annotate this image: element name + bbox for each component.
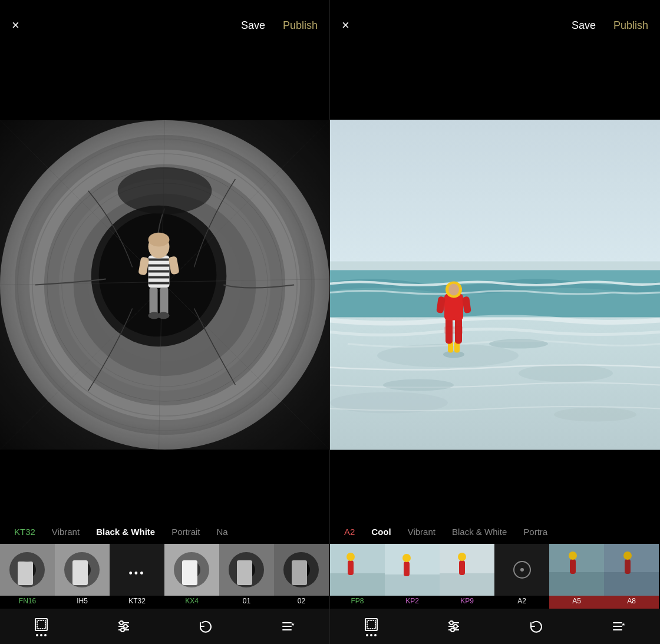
- svg-rect-107: [604, 572, 659, 596]
- right-thumb-kp9[interactable]: KP9: [440, 544, 494, 609]
- right-bottom-toolbar: [330, 609, 660, 644]
- right-thumb-a5[interactable]: A5: [549, 544, 604, 609]
- right-thumb-a2-label: A2: [517, 597, 526, 605]
- right-thumb-a2-dot: [520, 568, 524, 572]
- right-thumb-fp8[interactable]: FP8: [330, 544, 385, 609]
- left-filter-bw[interactable]: Black & White: [88, 527, 163, 537]
- left-frame-dots: [36, 634, 47, 636]
- right-thumb-a2-circle: [513, 561, 531, 579]
- left-frame-icon[interactable]: [34, 617, 49, 636]
- svg-rect-41: [72, 560, 88, 585]
- left-close-button[interactable]: ×: [12, 19, 19, 32]
- right-sliders-icon[interactable]: [446, 619, 461, 634]
- svg-point-72: [519, 365, 613, 382]
- left-header: × Save Publish: [0, 0, 329, 51]
- right-thumb-a2-icon: [494, 544, 549, 596]
- svg-point-60: [120, 621, 123, 625]
- left-thumb-fn16-label: FN16: [19, 597, 36, 605]
- right-save-button[interactable]: Save: [572, 19, 596, 32]
- right-header-actions: Save Publish: [572, 19, 648, 32]
- left-panel: × Save Publish: [0, 0, 330, 644]
- left-thumb-01[interactable]: 01: [219, 544, 274, 609]
- svg-point-86: [448, 284, 459, 296]
- right-panel: × Save Publish: [330, 0, 660, 644]
- svg-point-109: [623, 551, 632, 560]
- svg-rect-54: [292, 560, 307, 585]
- right-publish-button[interactable]: Publish: [613, 19, 648, 32]
- left-filter-kt32[interactable]: KT32: [6, 527, 44, 537]
- svg-point-62: [121, 628, 124, 632]
- svg-rect-94: [404, 562, 410, 576]
- svg-rect-25: [150, 288, 158, 314]
- right-filter-bar: A2 Cool Vibrant Black & White Portra: [330, 519, 660, 544]
- svg-marker-121: [622, 623, 625, 626]
- right-thumb-a5-label: A5: [572, 597, 581, 605]
- svg-rect-37: [18, 562, 33, 585]
- left-save-button[interactable]: Save: [241, 19, 265, 32]
- left-thumb-kx4-label: KX4: [185, 597, 199, 605]
- left-thumb-02-label: 02: [298, 597, 305, 605]
- left-thumb-kx4[interactable]: KX4: [164, 544, 219, 609]
- svg-rect-67: [330, 120, 660, 273]
- svg-point-61: [124, 625, 127, 628]
- left-thumb-kt32[interactable]: ••• KT32: [110, 544, 164, 609]
- right-list-icon[interactable]: [611, 619, 626, 634]
- left-thumb-kt32-dots: •••: [129, 567, 146, 580]
- svg-point-32: [158, 312, 170, 319]
- svg-point-74: [554, 408, 636, 422]
- left-thumb-ih5-label: IH5: [77, 597, 88, 605]
- svg-point-99: [458, 553, 466, 561]
- left-filter-bar: KT32 Vibrant Black & White Portrait Na: [0, 519, 329, 544]
- svg-point-91: [346, 553, 355, 561]
- right-history-icon[interactable]: [529, 619, 544, 634]
- svg-point-77: [443, 351, 464, 358]
- svg-point-116: [454, 625, 457, 628]
- left-photo-area: [0, 51, 329, 519]
- left-photo: [0, 51, 329, 519]
- svg-marker-66: [291, 623, 295, 626]
- svg-point-28: [148, 233, 170, 247]
- svg-point-33: [118, 167, 212, 214]
- svg-rect-90: [348, 560, 354, 575]
- left-thumb-fn16[interactable]: FN16: [0, 544, 55, 609]
- svg-rect-24: [148, 282, 170, 285]
- svg-rect-22: [148, 270, 170, 273]
- left-filter-vibrant[interactable]: Vibrant: [44, 527, 88, 537]
- right-filter-bw[interactable]: Black & White: [444, 527, 515, 537]
- left-header-actions: Save Publish: [241, 19, 318, 32]
- left-thumb-01-label: 01: [243, 597, 250, 605]
- left-sliders-icon[interactable]: [116, 619, 131, 634]
- left-filter-na[interactable]: Na: [209, 527, 236, 537]
- svg-rect-87: [444, 326, 463, 333]
- left-list-icon[interactable]: [280, 619, 296, 634]
- left-publish-button[interactable]: Publish: [283, 19, 318, 32]
- svg-rect-101: [549, 572, 604, 596]
- right-frame-dots: [366, 634, 377, 636]
- right-frame-icon[interactable]: [364, 617, 379, 636]
- right-filter-a2[interactable]: A2: [336, 527, 363, 537]
- svg-rect-111: [367, 620, 375, 629]
- right-filter-vibrant[interactable]: Vibrant: [400, 527, 444, 537]
- svg-point-115: [450, 621, 453, 625]
- svg-rect-20: [148, 259, 170, 261]
- svg-rect-89: [330, 573, 385, 596]
- right-thumb-a8[interactable]: A8: [604, 544, 659, 609]
- left-bottom-toolbar: [0, 609, 329, 644]
- left-thumb-02[interactable]: 02: [274, 544, 329, 609]
- right-thumb-a2[interactable]: A2: [494, 544, 549, 609]
- svg-rect-108: [625, 559, 631, 574]
- right-close-button[interactable]: ×: [342, 19, 349, 32]
- left-thumb-ih5[interactable]: IH5: [55, 544, 110, 609]
- right-thumb-kp2[interactable]: KP2: [385, 544, 440, 609]
- right-photo: [330, 51, 660, 519]
- right-thumb-kp2-label: KP2: [405, 597, 419, 605]
- right-filter-portrait[interactable]: Portra: [515, 527, 556, 537]
- left-history-icon[interactable]: [198, 619, 213, 634]
- svg-rect-23: [148, 276, 170, 279]
- svg-rect-46: [182, 560, 197, 585]
- left-filter-portrait[interactable]: Portrait: [163, 527, 208, 537]
- svg-rect-50: [237, 560, 252, 585]
- right-thumb-kp9-label: KP9: [460, 597, 474, 605]
- right-filter-cool[interactable]: Cool: [363, 527, 399, 537]
- right-thumb-fp8-label: FP8: [351, 597, 364, 605]
